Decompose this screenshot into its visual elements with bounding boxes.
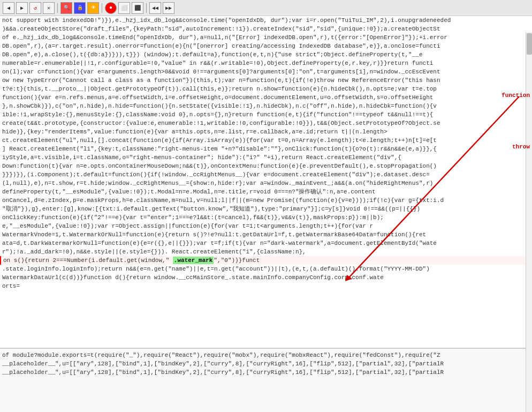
code-line: DB.open",r),(a=r.target.result).onerror=… bbox=[0, 42, 532, 50]
main-area: not support with indexedDB!")}),e._hzj_i… bbox=[0, 16, 532, 412]
code-line: r");!a._add_dark=!0),n&&e.style||(e.styl… bbox=[0, 248, 532, 256]
bottom-code-line: of module?module.exports=t(require("_"),… bbox=[2, 351, 530, 359]
pause-button[interactable]: ⬜ bbox=[118, 2, 130, 14]
stop-button[interactable]: ✕ bbox=[43, 2, 55, 14]
code-line: of e._hzj_idx_db_log&&console.timeEnd("o… bbox=[0, 33, 532, 42]
code-line: ] React.createElement("li",{key:t,classN… bbox=[0, 145, 532, 153]
bottom-code-line: __placeholder__",u=[["ary",128],["bind",… bbox=[2, 368, 530, 377]
code-line: onCancel,d=e.zIndex,p=e.maskProps,h=e.cl… bbox=[0, 196, 532, 205]
back-button[interactable]: ◀ bbox=[3, 2, 14, 14]
separator-3 bbox=[146, 3, 147, 13]
code-line: t?e:t}(this,t.__proto__||Object.getProto… bbox=[0, 85, 532, 93]
code-line: iyStyle,a=t.visible,i=t.className,o="rig… bbox=[0, 153, 532, 162]
forward-button[interactable]: ▶ bbox=[16, 2, 28, 14]
code-line: WatermarkDataUrl(c(d))}function d(){retu… bbox=[0, 273, 532, 282]
code-line: ata=d,t.DarkWatermarkOrNull=function(e){… bbox=[0, 239, 532, 248]
vertical-scrollbar[interactable] bbox=[526, 32, 532, 412]
code-line: function(){var e=n.refs.menus,a=e.offset… bbox=[0, 93, 532, 102]
bottom-code-line: __placeholder__",u=[["ary",128],["bind",… bbox=[2, 359, 530, 368]
search-red-button[interactable]: 🔍 bbox=[60, 2, 72, 14]
code-line: }}})}),(i.Component);t.default=function(… bbox=[0, 170, 532, 179]
stop2-button[interactable]: ⬛ bbox=[132, 2, 143, 14]
highlighted-text: .water_mark bbox=[173, 257, 214, 264]
code-line: defineProperty(t,"__esModule",{value:!0}… bbox=[0, 188, 532, 196]
next-button[interactable]: ▶▶ bbox=[163, 2, 174, 14]
code-line: Down:function(t){var n=e.opts.onContaine… bbox=[0, 162, 532, 170]
code-line: DB.open",e),a.close(),t({db:a})})),t}}) … bbox=[0, 50, 532, 59]
code-line: WatermarkVnode=1,t.WatermarkOrNull=funct… bbox=[0, 230, 532, 239]
code-line: ct.createElement("ul",null,[].concat(fun… bbox=[0, 136, 532, 145]
code-line: )&&a.createObjectStore("draft_files",{ke… bbox=[0, 25, 532, 33]
code-line: onClickKey:function(e){if("2"!==e){var t… bbox=[0, 213, 532, 222]
code-line: on(l);var c=function(){var e=arguments.l… bbox=[0, 68, 532, 76]
separator-1 bbox=[57, 3, 58, 13]
bottom-code: of module?module.exports=t(require("_"),… bbox=[0, 349, 532, 379]
code-line: e,"__esModule",{value:!0});var r=Object.… bbox=[0, 222, 532, 230]
code-line: not support with indexedDB!")}),e._hzj_i… bbox=[0, 16, 532, 25]
prev-button[interactable]: ◀◀ bbox=[149, 2, 161, 14]
code-line: ow new TypeError("Cannot call a class as… bbox=[0, 76, 532, 85]
code-line: ible:!1,wrapStyle:{},menusStyle:{},class… bbox=[0, 110, 532, 119]
code-container: not support with indexedDB!")}),e._hzj_i… bbox=[0, 16, 532, 348]
code-line: on s(){return 2===Number(i.default.get(w… bbox=[0, 256, 532, 265]
toolbar: ◀ ▶ ↺ ✕ 🔍 🔒 👁 ● ⬜ ⬛ ◀◀ ▶▶ bbox=[0, 0, 532, 16]
bottom-section: of module?module.exports=t(require("_"),… bbox=[0, 348, 532, 412]
function-annotation: function bbox=[501, 92, 530, 99]
code-line: numerable=r.enumerable||!1,r.configurabl… bbox=[0, 59, 532, 68]
code-line: (l,null),e),n=t.show,r=t.hide;window._cc… bbox=[0, 179, 532, 188]
record-button[interactable]: ● bbox=[105, 2, 117, 14]
code-line: orts= bbox=[0, 282, 532, 290]
security-button[interactable]: 🔒 bbox=[74, 2, 86, 14]
code-line: "取消"}),g},enter:[g],know:[{txt:i.default… bbox=[0, 205, 532, 213]
view-button[interactable]: 👁 bbox=[87, 2, 99, 14]
code-line: create(t&&t.prototype,{constructor:{valu… bbox=[0, 119, 532, 128]
code-line: },n.showCbk)}),c("on",n.hide),n.hide=fun… bbox=[0, 102, 532, 110]
scrollbar-thumb[interactable] bbox=[527, 33, 532, 55]
code-line: .state.loginInfo.loginInfo);return n&&(e… bbox=[0, 265, 532, 273]
separator-2 bbox=[102, 3, 102, 13]
code-line: hide)},{key:"renderItems",value:function… bbox=[0, 128, 532, 136]
throw-annotation: throw bbox=[512, 144, 530, 150]
refresh-button[interactable]: ↺ bbox=[29, 2, 41, 14]
